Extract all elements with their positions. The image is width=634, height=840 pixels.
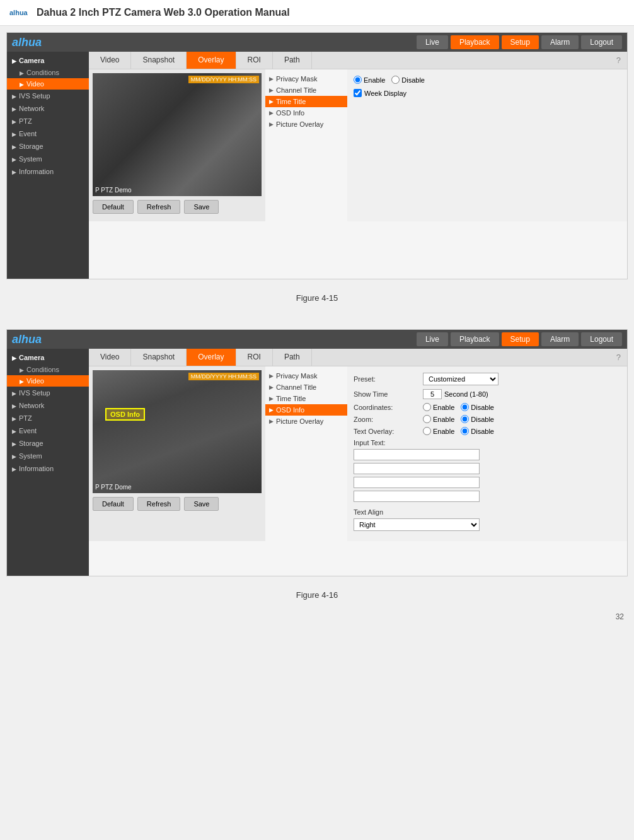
refresh-btn-1[interactable]: Refresh bbox=[137, 200, 181, 214]
preset-select[interactable]: Customized bbox=[423, 373, 499, 385]
sidebar-storage-2[interactable]: ▶Storage bbox=[7, 437, 89, 450]
tab-overlay-2[interactable]: Overlay bbox=[187, 349, 236, 366]
input-text-field-1[interactable] bbox=[354, 449, 480, 460]
help-icon-2[interactable]: ? bbox=[610, 349, 627, 366]
save-btn-1[interactable]: Save bbox=[184, 200, 219, 214]
coord-disable-label[interactable]: Disable bbox=[461, 403, 494, 411]
sidebar-conditions-1[interactable]: ▶Conditions bbox=[7, 67, 89, 78]
help-icon-1[interactable]: ? bbox=[610, 52, 627, 69]
disable-text-1: Disable bbox=[401, 76, 425, 84]
overlay-channel-title-1[interactable]: ▶Channel Title bbox=[265, 85, 347, 96]
sidebar-information-1[interactable]: ▶Information bbox=[7, 165, 89, 178]
sidebar-event-2[interactable]: ▶Event bbox=[7, 424, 89, 437]
nav-logo-1: alhua bbox=[12, 36, 42, 49]
overlay-privacy-mask-1[interactable]: ▶Privacy Mask bbox=[265, 73, 347, 85]
nav-setup-btn-2[interactable]: Setup bbox=[502, 332, 539, 346]
picture-overlay-arrow-1: ▶ bbox=[269, 121, 274, 127]
sidebar-system-2[interactable]: ▶System bbox=[7, 450, 89, 462]
nav-playback-btn-1[interactable]: Playback bbox=[451, 35, 499, 49]
overlay-picture-overlay-2[interactable]: ▶Picture Overlay bbox=[265, 416, 347, 427]
refresh-btn-2[interactable]: Refresh bbox=[137, 497, 181, 511]
coord-enable-label[interactable]: Enable bbox=[423, 403, 454, 411]
overlay-osd-info-2[interactable]: ▶OSD Info bbox=[265, 404, 347, 416]
input-text-field-4[interactable] bbox=[354, 491, 480, 502]
sidebar-video-2[interactable]: ▶Video bbox=[7, 375, 89, 387]
nav-logout-btn-1[interactable]: Logout bbox=[581, 35, 622, 49]
sidebar-camera-1[interactable]: ▶Camera bbox=[7, 54, 89, 67]
sidebar-system-1[interactable]: ▶System bbox=[7, 153, 89, 165]
coord-disable-radio[interactable] bbox=[461, 403, 469, 411]
tab-roi-1[interactable]: ROI bbox=[236, 52, 273, 69]
overlay-picture-overlay-1[interactable]: ▶Picture Overlay bbox=[265, 119, 347, 130]
nav-playback-btn-2[interactable]: Playback bbox=[451, 332, 499, 346]
tab-video-1[interactable]: Video bbox=[89, 52, 131, 69]
tab-snapshot-2[interactable]: Snapshot bbox=[131, 349, 187, 366]
zoom-enable-label[interactable]: Enable bbox=[423, 415, 454, 423]
tab-overlay-1[interactable]: Overlay bbox=[187, 52, 236, 69]
tab-video-2[interactable]: Video bbox=[89, 349, 131, 366]
overlay-channel-title-2[interactable]: ▶Channel Title bbox=[265, 382, 347, 393]
sidebar-network-2[interactable]: ▶Network bbox=[7, 399, 89, 412]
sidebar-ptz-2[interactable]: ▶PTZ bbox=[7, 412, 89, 424]
zoom-disable-label[interactable]: Disable bbox=[461, 415, 494, 423]
content-inner-1: MM/DD/YYYY HH:MM:SS P PTZ Demo Default R… bbox=[89, 69, 627, 221]
text-overlay-radio-group: Enable Disable bbox=[423, 427, 494, 435]
sidebar-ivs-1[interactable]: ▶IVS Setup bbox=[7, 90, 89, 102]
text-overlay-disable-label[interactable]: Disable bbox=[461, 427, 494, 435]
nav-live-btn-2[interactable]: Live bbox=[417, 332, 448, 346]
nav-alarm-btn-1[interactable]: Alarm bbox=[541, 35, 579, 49]
text-overlay-enable-radio[interactable] bbox=[423, 427, 431, 435]
enable-text-1: Enable bbox=[364, 76, 385, 84]
tab-snapshot-1[interactable]: Snapshot bbox=[131, 52, 187, 69]
tab-path-2[interactable]: Path bbox=[273, 349, 312, 366]
camera-image-1 bbox=[93, 73, 262, 196]
conditions-arrow-1: ▶ bbox=[20, 70, 24, 76]
nav-live-btn-1[interactable]: Live bbox=[417, 35, 448, 49]
action-buttons-2: Default Refresh Save bbox=[93, 493, 262, 515]
sidebar-video-1[interactable]: ▶Video bbox=[7, 78, 89, 90]
text-overlay-enable-label[interactable]: Enable bbox=[423, 427, 454, 435]
text-overlay-disable-text: Disable bbox=[471, 428, 494, 435]
week-checkbox-1[interactable] bbox=[354, 89, 362, 97]
sidebar-information-2[interactable]: ▶Information bbox=[7, 462, 89, 475]
overlay-menu-1: ▶Privacy Mask ▶Channel Title ▶Time Title… bbox=[265, 69, 347, 221]
input-text-field-3[interactable] bbox=[354, 477, 480, 488]
overlay-time-title-2[interactable]: ▶Time Title bbox=[265, 393, 347, 404]
input-text-field-2[interactable] bbox=[354, 463, 480, 474]
show-time-input[interactable] bbox=[423, 389, 442, 399]
nav-logout-btn-2[interactable]: Logout bbox=[581, 332, 622, 346]
nav-setup-btn-1[interactable]: Setup bbox=[502, 35, 539, 49]
default-btn-2[interactable]: Default bbox=[93, 497, 134, 511]
sidebar-ptz-1[interactable]: ▶PTZ bbox=[7, 115, 89, 127]
channel-title-arrow-1: ▶ bbox=[269, 87, 274, 93]
save-btn-2[interactable]: Save bbox=[184, 497, 219, 511]
show-time-unit: Second (1-80) bbox=[444, 390, 488, 398]
text-align-select[interactable]: Right Left Center bbox=[354, 518, 480, 531]
figure-4-16-caption: Figure 4-16 bbox=[0, 583, 634, 607]
nav-alarm-btn-2[interactable]: Alarm bbox=[541, 332, 579, 346]
sidebar-storage-1[interactable]: ▶Storage bbox=[7, 140, 89, 153]
page-number: 32 bbox=[0, 607, 634, 626]
text-overlay-disable-radio[interactable] bbox=[461, 427, 469, 435]
camera-arrow-2: ▶ bbox=[12, 355, 16, 361]
sidebar-conditions-2[interactable]: ▶Conditions bbox=[7, 364, 89, 375]
zoom-disable-radio[interactable] bbox=[461, 415, 469, 423]
sidebar-camera-2[interactable]: ▶Camera bbox=[7, 351, 89, 364]
overlay-privacy-mask-2[interactable]: ▶Privacy Mask bbox=[265, 370, 347, 382]
coord-enable-radio[interactable] bbox=[423, 403, 431, 411]
overlay-osd-info-1[interactable]: ▶OSD Info bbox=[265, 107, 347, 119]
privacy-mask-arrow-1: ▶ bbox=[269, 76, 274, 82]
sidebar-event-1[interactable]: ▶Event bbox=[7, 127, 89, 140]
disable-radio-1[interactable] bbox=[391, 76, 400, 84]
zoom-enable-radio[interactable] bbox=[423, 415, 431, 423]
enable-radio-1[interactable] bbox=[354, 76, 362, 84]
sidebar-ivs-2[interactable]: ▶IVS Setup bbox=[7, 387, 89, 399]
enable-radio-label-1[interactable]: Enable bbox=[354, 76, 385, 84]
disable-radio-label-1[interactable]: Disable bbox=[391, 76, 425, 84]
tab-roi-2[interactable]: ROI bbox=[236, 349, 273, 366]
zoom-radio-group: Enable Disable bbox=[423, 415, 494, 423]
sidebar-network-1[interactable]: ▶Network bbox=[7, 102, 89, 115]
default-btn-1[interactable]: Default bbox=[93, 200, 134, 214]
overlay-time-title-1[interactable]: ▶Time Title bbox=[265, 96, 347, 107]
tab-path-1[interactable]: Path bbox=[273, 52, 312, 69]
